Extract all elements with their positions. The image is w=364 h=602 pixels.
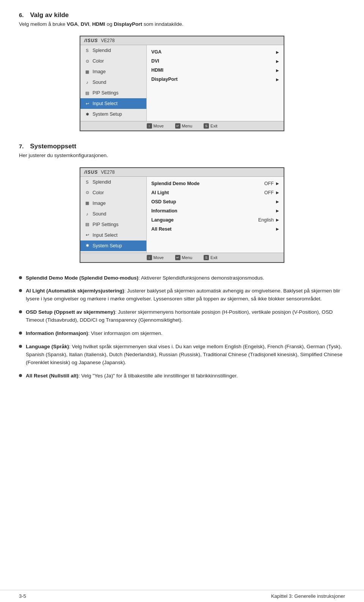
osd2-sidebar-color[interactable]: ⊙ Color: [80, 187, 146, 198]
osd1-footer: ↕ Move ↵ Menu S Exit: [80, 121, 284, 130]
osd1-menu-label: Menu: [182, 124, 193, 128]
osd2-sidebar-image[interactable]: ▦ Image: [80, 198, 146, 209]
osd2-sidebar-pip[interactable]: ▤ PIP Settings: [80, 219, 146, 230]
osd2-ai-light-value: OFF: [264, 190, 274, 195]
osd2-sidebar-splendid[interactable]: S Splendid: [80, 177, 146, 187]
osd2-move-icon: ↕: [147, 255, 152, 260]
osd2-osd-setup-label: OSD Setup: [151, 199, 276, 204]
osd1-exit-label: Exit: [210, 124, 217, 128]
bullet-dot-2: [19, 289, 22, 292]
osd1-vga-label: VGA: [151, 49, 276, 55]
osd2-pip-icon: ▤: [84, 222, 90, 228]
osd2-language-value: English: [258, 217, 274, 223]
osd1-sidebar-image-label: Image: [93, 69, 106, 74]
osd1-sidebar-system-label: System Setup: [93, 112, 122, 117]
osd2-splendid-label: Splendid: [93, 179, 111, 185]
osd2-splendid-icon: S: [84, 179, 90, 185]
bullet-information-text: Information (Informasjon): Viser informa…: [26, 330, 163, 338]
osd2-color-icon: ⊙: [84, 190, 90, 196]
osd1-sidebar-image[interactable]: ▦ Image: [80, 66, 146, 77]
osd2-footer-exit: S Exit: [204, 255, 217, 260]
osd1-sidebar-system-setup[interactable]: ✱ System Setup: [80, 109, 146, 119]
system-setup-icon: ✱: [84, 111, 90, 117]
osd1-sidebar-splendid-label: Splendid: [93, 48, 111, 53]
section-7-title: Systemoppsett: [30, 143, 76, 150]
osd1-dvi-row[interactable]: DVI ▶: [147, 57, 284, 66]
osd1-footer-menu: ↵ Menu: [175, 123, 193, 129]
osd1-dvi-label: DVI: [151, 58, 276, 64]
osd1-displayport-row[interactable]: DisplayPort ▶: [147, 75, 284, 84]
osd1-sidebar-sound[interactable]: ♪ Sound: [80, 77, 146, 88]
osd2-color-label: Color: [93, 190, 104, 195]
osd2-information-row[interactable]: Information ▶: [147, 206, 284, 215]
bullet-dot-4: [19, 332, 22, 335]
section-6-number: 6. Valg av kilde: [19, 11, 345, 19]
osd2-content: Splendid Demo Mode OFF ▶ AI Light OFF ▶ …: [147, 177, 284, 253]
osd1-displayport-label: DisplayPort: [151, 77, 276, 82]
bullet-all-reset: All Reset (Nullstill alt): Velg "Yes (Ja…: [19, 372, 345, 380]
osd2-body: S Splendid ⊙ Color ▦ Image ♪ Sound ▤ P: [80, 177, 284, 253]
osd2-language-arrow: ▶: [276, 218, 279, 222]
image-icon: ▦: [84, 69, 90, 75]
osd1-hdmi-arrow: ▶: [276, 68, 279, 72]
osd1-footer-exit: S Exit: [204, 123, 217, 129]
osd2-image-label: Image: [93, 201, 106, 206]
bullet-ai-light: AI Light (Automatisk skjermlysjustering)…: [19, 287, 345, 303]
osd1-sidebar-pip[interactable]: ▤ PIP Settings: [80, 88, 146, 98]
osd2-all-reset-row[interactable]: All Reset ▶: [147, 225, 284, 234]
osd1-sidebar-color[interactable]: ⊙ Color: [80, 56, 146, 66]
osd2-osd-setup-arrow: ▶: [276, 200, 279, 204]
osd2-input-label: Input Select: [93, 233, 118, 238]
osd2-ai-light-row[interactable]: AI Light OFF ▶: [147, 188, 284, 197]
osd1-dvi-arrow: ▶: [276, 59, 279, 63]
bullet-dot-6: [19, 374, 22, 377]
bullet-splendid-demo-text: Splendid Demo Mode (Splendid Demo-modus)…: [26, 274, 264, 282]
osd1-vga-row[interactable]: VGA ▶: [147, 47, 284, 57]
osd1-titlebar: /ISUS VE278: [80, 36, 284, 45]
osd1-sidebar-input-label: Input Select: [93, 101, 118, 106]
osd2-osd-setup-row[interactable]: OSD Setup ▶: [147, 197, 284, 206]
osd2-input-icon: ↩: [84, 232, 90, 238]
osd2-information-label: Information: [151, 208, 276, 214]
bullet-splendid-demo: Splendid Demo Mode (Splendid Demo-modus)…: [19, 274, 345, 282]
osd2-sidebar-system-setup[interactable]: ✱ System Setup: [80, 240, 146, 251]
chapter-name: Kapittel 3: Generelle instruksjoner: [271, 593, 345, 599]
bullet-information: Information (Informasjon): Viser informa…: [19, 330, 345, 338]
osd1-sidebar-input-select[interactable]: ↩ Input Select: [80, 98, 146, 109]
osd2-menu-label: Menu: [182, 255, 193, 260]
osd2-model: VE278: [101, 170, 115, 175]
section-7-number: 7. Systemoppsett: [19, 143, 345, 150]
osd1-hdmi-row[interactable]: HDMI ▶: [147, 66, 284, 75]
osd2-sidebar-input[interactable]: ↩ Input Select: [80, 230, 146, 240]
input-select-icon: ↩: [84, 101, 90, 107]
osd2-splendid-demo-arrow: ▶: [276, 181, 279, 185]
osd2-exit-label: Exit: [210, 255, 217, 260]
osd2-sound-icon: ♪: [84, 211, 90, 217]
osd1-displayport-arrow: ▶: [276, 77, 279, 82]
osd2-sidebar-sound[interactable]: ♪ Sound: [80, 209, 146, 219]
osd2-sound-label: Sound: [93, 211, 106, 217]
osd1-sidebar-splendid[interactable]: S Splendid: [80, 45, 146, 56]
osd2-footer-menu: ↵ Menu: [175, 255, 193, 260]
page-content: 6. Valg av kilde Velg mellom å bruke VGA…: [0, 0, 364, 408]
bullet-osd-setup: OSD Setup (Oppsett av skjermmeny): Juste…: [19, 308, 345, 324]
bullet-ai-light-text: AI Light (Automatisk skjermlysjustering)…: [26, 287, 345, 303]
osd2-language-label: Language: [151, 217, 258, 223]
osd-monitor-2: /ISUS VE278 S Splendid ⊙ Color ▦ Image ♪: [80, 167, 284, 263]
osd2-system-icon: ✱: [84, 243, 90, 249]
osd2-splendid-demo-row[interactable]: Splendid Demo Mode OFF ▶: [147, 179, 284, 188]
bullet-dot-1: [19, 276, 22, 279]
osd1-brand: /ISUS: [84, 38, 98, 43]
osd2-system-label: System Setup: [93, 243, 122, 248]
osd2-all-reset-label: All Reset: [151, 226, 276, 232]
osd1-content: VGA ▶ DVI ▶ HDMI ▶ DisplayPort ▶: [147, 45, 284, 121]
osd2-move-label: Move: [154, 255, 164, 260]
osd1-vga-arrow: ▶: [276, 50, 279, 54]
section-6-body: Velg mellom å bruke VGA, DVI, HDMI og Di…: [19, 20, 345, 28]
osd2-ai-light-arrow: ▶: [276, 190, 279, 195]
osd1-footer-move: ↕ Move: [147, 123, 164, 129]
section-6-title: Valg av kilde: [30, 11, 69, 19]
sound-icon: ♪: [84, 79, 90, 85]
osd2-titlebar: /ISUS VE278: [80, 168, 284, 177]
osd2-language-row[interactable]: Language English ▶: [147, 215, 284, 225]
